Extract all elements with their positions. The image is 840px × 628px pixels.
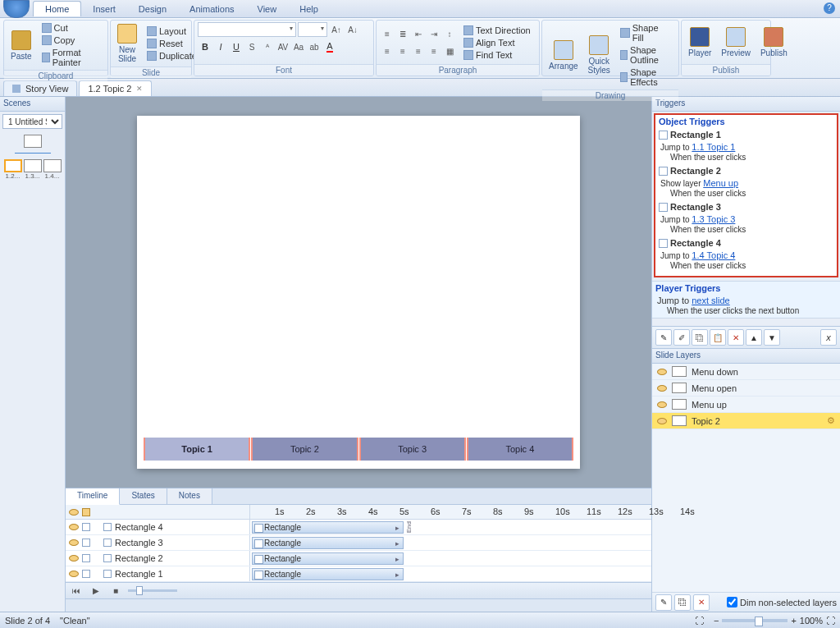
shadow-icon[interactable]: ᴬ [260,39,275,54]
tl-zoom-slider[interactable] [128,589,177,592]
tab-notes[interactable]: Notes [167,488,212,504]
new-layer-icon[interactable]: ✎ [655,594,672,611]
slide-thumb-selected[interactable] [4,159,22,172]
horizontal-scrollbar[interactable] [66,598,651,612]
publish-button[interactable]: Publish [757,25,791,59]
shape-effects-button[interactable]: Shape Effects [617,66,675,88]
eye-icon[interactable] [657,369,667,375]
font-color-icon[interactable]: A [322,39,337,54]
align-text-button[interactable]: Align Text [460,37,534,48]
bold-icon[interactable]: B [198,39,212,54]
layer-row[interactable]: Menu down [652,364,840,380]
lock-checkbox[interactable] [82,554,90,562]
numbering-icon[interactable]: ≣ [395,26,410,41]
cut-button[interactable]: Cut [39,22,104,34]
case-icon[interactable]: Aa [291,39,306,54]
player-button[interactable]: Player [685,25,714,59]
paste-trigger-icon[interactable]: 📋 [710,329,726,346]
app-button[interactable] [3,0,30,18]
preview-button[interactable]: Preview [718,25,754,59]
font-size-select[interactable] [298,22,327,37]
shrink-font-icon[interactable]: A↓ [345,22,360,37]
new-trigger-icon[interactable]: ✎ [655,329,672,346]
shape-fill-button[interactable]: Shape Fill [617,22,675,44]
spacing-icon[interactable]: AV [276,39,290,54]
strike-icon[interactable]: S [244,39,259,54]
topic-button-4[interactable]: Topic 4 [467,438,573,461]
obj-checkbox[interactable] [103,554,112,562]
zoom-fit-icon[interactable]: ⛶ [826,616,835,626]
menu-help[interactable]: Help [288,2,330,16]
trigger-object[interactable]: Rectangle 3 [655,200,837,213]
shape-outline-button[interactable]: Shape Outline [617,44,675,66]
eye-icon[interactable] [69,509,79,516]
help-icon[interactable]: ? [824,2,835,14]
fit-icon[interactable]: ⛶ [695,616,704,626]
delete-trigger-icon[interactable]: ✕ [728,329,744,346]
trigger-object[interactable]: Rectangle 2 [655,164,837,177]
move-down-icon[interactable]: ▼ [764,329,780,346]
obj-checkbox[interactable] [103,539,112,547]
reset-button[interactable]: Reset [144,38,200,49]
timeline-bar[interactable]: Rectangle [252,552,404,565]
close-tab-icon[interactable]: ✕ [136,85,143,93]
italic-icon[interactable]: I [213,39,228,54]
slide-thumb[interactable] [24,159,42,172]
copy-button[interactable]: Copy [39,34,104,46]
zoom-slider[interactable] [722,619,788,622]
columns-icon[interactable]: ▦ [442,44,457,58]
variables-icon[interactable]: x [820,329,837,346]
grow-font-icon[interactable]: A↑ [329,22,344,37]
trigger-object[interactable]: Rectangle 1 [655,128,837,141]
align-center-icon[interactable]: ≡ [395,44,410,58]
copy-trigger-icon[interactable]: ⿻ [692,329,708,346]
dim-layers-checkbox[interactable] [727,597,737,607]
arrange-button[interactable]: Arrange [546,39,582,72]
topic-button-2[interactable]: Topic 2 [251,438,358,461]
lock-icon[interactable] [82,508,90,516]
edit-trigger-icon[interactable]: ✐ [673,329,690,346]
trigger-object[interactable]: Rectangle 4 [655,236,837,250]
gear-icon[interactable]: ⚙ [827,415,835,426]
trigger-action[interactable]: Jump to 1.3 Topic 3 [655,213,837,225]
zoom-out-icon[interactable]: − [714,616,719,626]
align-left-icon[interactable]: ≡ [380,44,395,58]
obj-checkbox[interactable] [103,523,112,531]
paste-button[interactable]: Paste [7,29,35,62]
timeline-row[interactable]: Rectangle 4RectangleEnd [66,520,651,535]
trigger-action[interactable]: Jump to 1.4 Topic 4 [655,250,837,261]
topic-button-1[interactable]: Topic 1 [144,438,250,461]
eye-icon[interactable] [69,524,79,530]
layer-row[interactable]: Menu up [652,397,840,413]
menu-animations[interactable]: Animations [178,2,245,16]
highlight-icon[interactable]: ab [307,39,322,54]
trigger-action[interactable]: Show layer Menu up [655,177,837,189]
format-painter-button[interactable]: Format Painter [39,47,104,68]
topic-button-3[interactable]: Topic 3 [359,438,466,461]
timeline-ruler[interactable]: 1s2s3s4s5s6s7s8s9s10s11s12s13s14s [250,505,651,519]
tl-rewind-icon[interactable]: ⏮ [69,584,84,598]
lock-checkbox[interactable] [82,570,90,578]
justify-icon[interactable]: ≡ [427,44,441,58]
menu-insert[interactable]: Insert [81,2,127,16]
outdent-icon[interactable]: ⇤ [411,26,426,41]
timeline-bar[interactable]: Rectangle [252,521,404,534]
lock-checkbox[interactable] [82,539,90,547]
tab-states[interactable]: States [120,488,167,504]
quick-styles-button[interactable]: Quick Styles [585,34,614,76]
slide-canvas[interactable]: Topic 1 Topic 2 Topic 3 Topic 4 [137,116,580,469]
trigger-link[interactable]: 1.4 Topic 4 [692,250,735,260]
menu-design[interactable]: Design [127,2,178,16]
font-family-select[interactable] [198,22,296,37]
tl-play-icon[interactable]: ▶ [89,584,103,598]
find-text-button[interactable]: Find Text [460,49,534,61]
trigger-link[interactable]: 1.1 Topic 1 [692,142,735,152]
dup-layer-icon[interactable]: ⿻ [674,594,691,611]
lock-checkbox[interactable] [82,523,90,531]
new-slide-button[interactable]: New Slide [114,22,140,65]
del-layer-icon[interactable]: ✕ [693,594,710,611]
timeline-row[interactable]: Rectangle 2Rectangle [66,551,651,566]
bullets-icon[interactable]: ≡ [380,26,395,41]
tab-timeline[interactable]: Timeline [66,488,120,505]
layer-row[interactable]: Topic 2⚙ [652,413,840,429]
